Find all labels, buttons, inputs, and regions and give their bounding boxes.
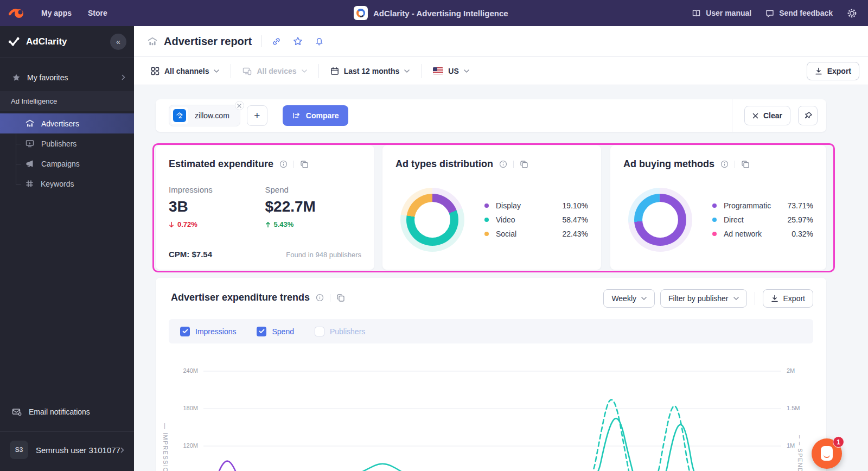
impressions-axis-label: — IMPRESSIONS: [162, 423, 169, 471]
series-toggle-bar: Impressions Spend Publishers: [169, 319, 813, 343]
us-flag-icon: [433, 67, 443, 74]
toggle-publishers[interactable]: Publishers: [315, 327, 365, 336]
date-range-filter[interactable]: Last 12 months: [330, 67, 410, 75]
sidebar-item-advertisers[interactable]: Advertisers: [0, 113, 134, 133]
filter-by-publisher-dropdown[interactable]: Filter by publisher: [660, 289, 747, 308]
y-axis-tick: 240M: [156, 367, 198, 374]
chevron-down-icon: [733, 297, 739, 300]
info-icon[interactable]: [316, 294, 324, 302]
channels-grid-icon: [151, 67, 159, 75]
estimated-expenditure-card: Estimated expenditure Impressions 3B: [156, 145, 374, 270]
legend-row: Ad network 0.32%: [712, 227, 813, 241]
content: zillow.com + Compare Clear: [134, 86, 868, 471]
arrow-up-icon: [265, 221, 271, 228]
semrush-logo-icon[interactable]: [9, 7, 25, 19]
card-title: Advertiser expenditure trends: [171, 292, 310, 303]
toggle-spend[interactable]: Spend: [257, 327, 293, 336]
app-title-block: AdClarity - Advertising Intelligence: [354, 6, 508, 20]
advertisers-icon: [25, 119, 34, 128]
sidebar-item-email-notifications[interactable]: Email notifications: [0, 400, 134, 424]
pin-button[interactable]: [798, 106, 818, 125]
export-button[interactable]: Export: [807, 62, 859, 80]
campaigns-icon: [25, 160, 34, 168]
download-icon: [771, 295, 778, 302]
divider: [261, 35, 262, 47]
info-icon[interactable]: [279, 160, 288, 168]
query-card: zillow.com + Compare Clear: [156, 99, 826, 132]
info-icon[interactable]: [720, 160, 729, 168]
store-link[interactable]: Store: [88, 9, 107, 17]
channels-filter[interactable]: All channels: [151, 67, 219, 75]
copy-icon[interactable]: [741, 160, 750, 169]
feedback-icon: [765, 9, 774, 17]
impressions-value: 3B: [169, 198, 265, 215]
legend-row: Video 58.47%: [484, 213, 588, 227]
sidebar-collapse-button[interactable]: «: [110, 34, 126, 50]
chevron-right-icon: [122, 74, 125, 80]
copy-icon[interactable]: [300, 160, 309, 169]
sidebar-section-ad-intelligence[interactable]: Ad Intelligence: [0, 91, 134, 111]
info-icon[interactable]: [499, 160, 507, 168]
brand-name: AdClarity: [26, 36, 67, 47]
checkbox-checked-icon: [180, 327, 190, 336]
chevron-down-icon: [214, 69, 219, 73]
legend-row: Direct 25.97%: [712, 213, 813, 227]
share-link-icon[interactable]: [272, 37, 281, 46]
spend-label: Spend: [265, 185, 362, 194]
y-axis-tick: 180M: [156, 405, 198, 411]
legend-dot: [712, 232, 717, 236]
divider: [421, 64, 422, 78]
favorite-star-icon[interactable]: [293, 36, 303, 46]
my-apps-link[interactable]: My apps: [41, 9, 72, 17]
advertiser-chip-zillow[interactable]: zillow.com: [169, 105, 240, 126]
clear-button[interactable]: Clear: [744, 106, 790, 125]
ad-buying-methods-legend: Programmatic 73.71% Direct 25.97% Ad net…: [712, 199, 813, 241]
trend-line-chart: [203, 353, 781, 471]
top-bar: My apps Store AdClarity - Advertising In…: [0, 0, 868, 26]
copy-icon[interactable]: [520, 160, 528, 169]
expenditure-trends-card: Advertiser expenditure trends Weekly Fil…: [156, 278, 826, 471]
sidebar-item-campaigns[interactable]: Campaigns: [0, 154, 134, 174]
download-icon: [815, 67, 822, 75]
chat-widget-button[interactable]: 1: [812, 438, 842, 469]
compare-button[interactable]: Compare: [283, 105, 349, 126]
y-axis-tick: 1.5M: [787, 405, 829, 411]
ad-buying-methods-donut-chart: [628, 188, 692, 252]
legend-row: Programmatic 73.71%: [712, 199, 813, 213]
copy-icon[interactable]: [336, 294, 345, 302]
sidebar-user-account[interactable]: S3 Semrush user 3101077: [0, 431, 134, 471]
add-advertiser-button[interactable]: +: [247, 105, 267, 126]
app-title: AdClarity - Advertising Intelligence: [373, 9, 508, 18]
adclarity-app-icon: [354, 6, 368, 20]
email-notifications-icon: [12, 408, 22, 416]
zillow-favicon: [173, 109, 186, 122]
avatar: S3: [10, 441, 28, 459]
chevron-down-icon: [302, 69, 307, 73]
trends-export-button[interactable]: Export: [763, 289, 813, 308]
checkbox-unchecked-icon: [315, 327, 324, 336]
divider: [330, 294, 330, 302]
sidebar-item-keywords[interactable]: Keywords: [0, 174, 134, 194]
compare-arrows-icon: [292, 112, 301, 119]
settings-gear-icon[interactable]: [847, 8, 857, 18]
notifications-bell-icon[interactable]: [315, 36, 324, 46]
page-header: Advertiser report: [134, 26, 868, 57]
chevron-down-icon: [641, 297, 647, 300]
legend-row: Display 19.10%: [484, 199, 588, 213]
sidebar-item-publishers[interactable]: Publishers: [0, 133, 134, 154]
granularity-dropdown[interactable]: Weekly: [603, 289, 655, 308]
sidebar-item-favorites[interactable]: My favorites: [0, 68, 134, 87]
card-title: Ad types distribution: [395, 158, 493, 170]
user-manual-button[interactable]: User manual: [692, 9, 751, 17]
divider: [755, 292, 755, 305]
chat-unread-badge: 1: [833, 436, 844, 448]
toggle-impressions[interactable]: Impressions: [180, 327, 236, 336]
country-filter[interactable]: US: [433, 67, 469, 75]
legend-dot: [712, 203, 717, 208]
devices-filter[interactable]: All devices: [242, 67, 307, 75]
divider: [293, 161, 294, 168]
remove-advertiser-icon[interactable]: [235, 101, 244, 110]
book-icon: [692, 9, 701, 17]
send-feedback-button[interactable]: Send feedback: [765, 9, 833, 17]
legend-dot: [484, 232, 489, 236]
